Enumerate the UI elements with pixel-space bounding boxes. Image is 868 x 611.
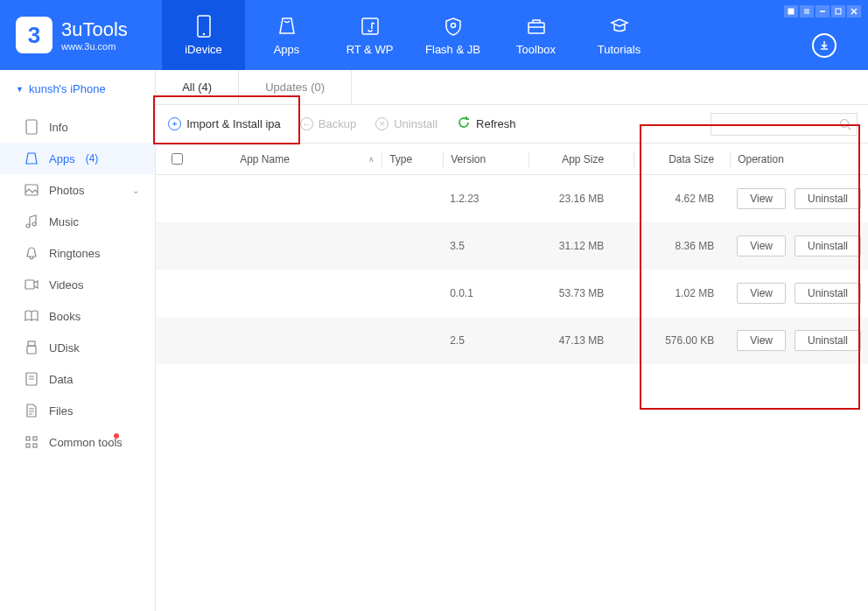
- win-btn-1[interactable]: [784, 5, 798, 18]
- nav-tab-flash[interactable]: Flash & JB: [411, 0, 494, 70]
- view-button[interactable]: View: [737, 283, 786, 304]
- cell-version: 2.5: [443, 334, 528, 347]
- window-controls: [784, 5, 861, 18]
- table-row[interactable]: 3.5 31.12 MB 8.36 MB View Uninstall: [156, 222, 868, 270]
- data-icon: [24, 372, 38, 386]
- info-icon: [24, 120, 38, 134]
- svg-point-10: [32, 222, 36, 226]
- cell-version: 1.2.23: [443, 193, 528, 205]
- svg-point-19: [841, 119, 849, 127]
- row-uninstall-button[interactable]: Uninstall: [794, 330, 861, 351]
- table-row[interactable]: 0.0.1 53.73 MB 1.02 MB View Uninstall: [156, 270, 868, 317]
- main-content: All (4) Updates (0) + Import & Install i…: [156, 70, 868, 611]
- shield-icon: [442, 15, 465, 38]
- toolbar: + Import & Install ipa ← Backup × Uninst…: [156, 105, 868, 144]
- maximize-button[interactable]: [831, 5, 845, 18]
- svg-rect-13: [27, 346, 36, 354]
- svg-rect-12: [28, 341, 35, 346]
- music-sidebar-icon: [24, 214, 38, 228]
- svg-rect-6: [836, 9, 841, 14]
- table-row[interactable]: 2.5 47.13 MB 576.00 KB View Uninstall: [156, 317, 868, 364]
- sidebar-item-music[interactable]: Music: [0, 206, 155, 237]
- sidebar-item-books[interactable]: Books: [0, 300, 155, 332]
- win-btn-2[interactable]: [800, 5, 814, 18]
- sidebar-item-photos[interactable]: Photos ⌄: [0, 174, 155, 206]
- photos-icon: [24, 183, 38, 197]
- svg-point-9: [26, 224, 30, 228]
- svg-rect-7: [26, 120, 37, 134]
- minimize-button[interactable]: [816, 5, 830, 18]
- view-button[interactable]: View: [737, 188, 786, 209]
- table-row[interactable]: 1.2.23 23.16 MB 4.62 MB View Uninstall: [156, 175, 868, 222]
- col-header-type[interactable]: Type: [382, 151, 443, 167]
- col-header-appsize[interactable]: App Size: [528, 151, 634, 167]
- svg-point-1: [202, 32, 204, 34]
- nav-tab-apps[interactable]: Apps: [245, 0, 328, 70]
- cell-datasize: 8.36 MB: [634, 240, 730, 252]
- backup-button[interactable]: ← Backup: [298, 114, 358, 134]
- row-uninstall-button[interactable]: Uninstall: [794, 283, 861, 304]
- sidebar-item-info[interactable]: Info: [0, 111, 155, 143]
- search-icon: [839, 118, 851, 130]
- sidebar-item-files[interactable]: Files: [0, 395, 155, 426]
- udisk-icon: [24, 341, 38, 355]
- download-button[interactable]: [812, 33, 836, 58]
- close-button[interactable]: [847, 5, 861, 18]
- refresh-icon: [457, 116, 471, 132]
- chevron-down-icon: ⌄: [132, 186, 139, 195]
- sub-tab-updates[interactable]: Updates (0): [239, 70, 352, 104]
- apps-table: App Name ∧ Type Version App Size Data Si…: [156, 144, 868, 611]
- nav-tab-idevice[interactable]: iDevice: [162, 0, 245, 70]
- import-icon: +: [168, 117, 181, 130]
- select-all-checkbox[interactable]: [172, 153, 183, 165]
- sidebar-item-ringtones[interactable]: Ringtones: [0, 237, 155, 269]
- cell-datasize: 4.62 MB: [634, 193, 730, 205]
- svg-point-3: [451, 23, 455, 27]
- svg-rect-16: [33, 437, 37, 440]
- music-icon: [359, 15, 382, 38]
- svg-rect-11: [25, 280, 34, 289]
- refresh-button[interactable]: Refresh: [455, 112, 518, 136]
- sidebar-item-apps[interactable]: Apps (4): [0, 143, 155, 174]
- sidebar-item-data[interactable]: Data: [0, 363, 155, 395]
- nav-tab-toolbox[interactable]: Toolbox: [494, 0, 578, 70]
- row-uninstall-button[interactable]: Uninstall: [794, 188, 861, 209]
- apps-icon: [276, 15, 298, 38]
- sub-tabs: All (4) Updates (0): [156, 70, 868, 105]
- cell-appsize: 53.73 MB: [528, 287, 634, 299]
- svg-rect-8: [25, 185, 38, 195]
- col-header-version[interactable]: Version: [443, 151, 528, 167]
- search-input[interactable]: [710, 113, 858, 136]
- sidebar-item-videos[interactable]: Videos: [0, 269, 155, 300]
- device-selector[interactable]: kunsh's iPhone: [0, 70, 155, 108]
- sidebar-item-commontools[interactable]: Common tools: [0, 426, 155, 458]
- sort-indicator[interactable]: ∧: [355, 155, 382, 164]
- sub-tab-all[interactable]: All (4): [156, 70, 239, 104]
- cell-appsize: 23.16 MB: [528, 193, 634, 205]
- import-install-button[interactable]: + Import & Install ipa: [166, 114, 283, 134]
- uninstall-button[interactable]: × Uninstall: [374, 114, 439, 134]
- app-title: 3uTools: [61, 18, 128, 41]
- app-header: 3 3uTools www.3u.com iDevice Apps RT & W…: [0, 0, 868, 70]
- svg-rect-17: [26, 444, 30, 447]
- cell-appsize: 47.13 MB: [528, 334, 634, 347]
- logo-section: 3 3uTools www.3u.com: [0, 17, 162, 53]
- col-header-datasize[interactable]: Data Size: [634, 151, 730, 167]
- grid-icon: [24, 435, 38, 449]
- backup-icon: ←: [300, 117, 313, 130]
- toolbox-icon: [525, 15, 548, 38]
- view-button[interactable]: View: [737, 330, 786, 351]
- nav-tabs: iDevice Apps RT & WP Flash & JB Toolbox …: [162, 0, 661, 70]
- col-header-operation[interactable]: Operation: [730, 151, 868, 167]
- tutorials-icon: [608, 15, 631, 38]
- bell-icon: [24, 246, 38, 260]
- device-icon: [192, 15, 215, 38]
- view-button[interactable]: View: [737, 235, 786, 256]
- sidebar-item-udisk[interactable]: UDisk: [0, 332, 155, 363]
- nav-tab-rtwp[interactable]: RT & WP: [328, 0, 411, 70]
- row-uninstall-button[interactable]: Uninstall: [794, 235, 861, 256]
- files-icon: [24, 404, 38, 418]
- apps-sidebar-icon: [24, 151, 38, 165]
- nav-tab-tutorials[interactable]: Tutorials: [578, 0, 661, 70]
- col-header-name[interactable]: App Name: [198, 153, 355, 165]
